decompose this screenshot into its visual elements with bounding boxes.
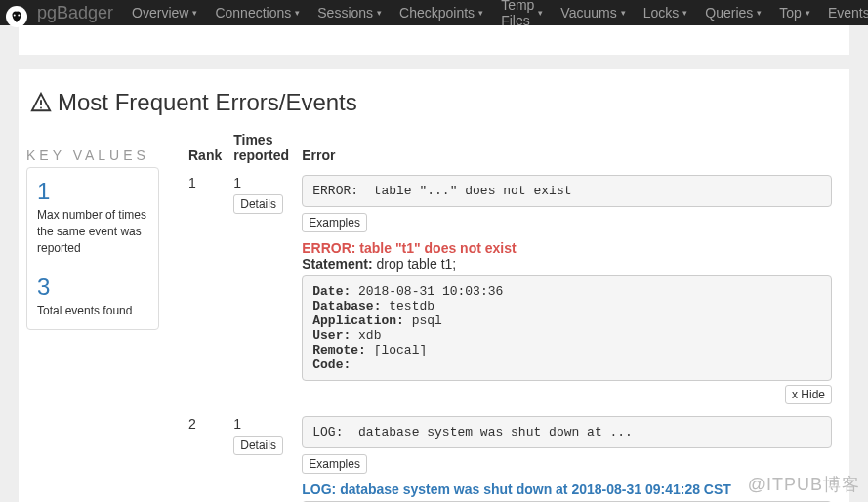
- nav-sessions[interactable]: Sessions▾: [309, 0, 391, 25]
- hide-button[interactable]: x Hide: [785, 385, 832, 404]
- watermark: @ITPUB博客: [748, 473, 860, 496]
- rank-cell: 2: [183, 410, 227, 502]
- nav-locks[interactable]: Locks▾: [635, 0, 697, 25]
- svg-point-4: [40, 107, 42, 109]
- error-mono: LOG: database system was shut down at ..…: [302, 416, 832, 448]
- panel-title: Most Frequent Errors/Events: [19, 89, 849, 116]
- nav-vacuums[interactable]: Vacuums▾: [552, 0, 634, 25]
- times-cell: 1 Details: [227, 410, 296, 502]
- error-mono: ERROR: table "..." does not exist: [302, 175, 832, 207]
- table-row: 2 1 Details LOG: database system was shu…: [183, 410, 838, 502]
- nav-top[interactable]: Top▾: [770, 0, 819, 25]
- times-cell: 1 Details: [227, 169, 296, 410]
- kv-max-count: 1: [37, 178, 148, 205]
- kv-total-desc: Total events found: [37, 303, 148, 319]
- error-cell: ERROR: table "..." does not exist Exampl…: [296, 169, 838, 410]
- warning-icon: [30, 92, 52, 113]
- kv-max-desc: Max number of times the same event was r…: [37, 207, 148, 256]
- nav-connections[interactable]: Connections▾: [206, 0, 309, 25]
- svg-point-2: [18, 15, 20, 17]
- spacer: [19, 25, 849, 55]
- nav-queries[interactable]: Queries▾: [696, 0, 770, 25]
- logo: [6, 6, 27, 27]
- kv-total-count: 3: [37, 273, 148, 301]
- details-button[interactable]: Details: [233, 436, 283, 455]
- badger-icon: [8, 8, 25, 25]
- nav-tempfiles[interactable]: Temp Files▾: [492, 0, 552, 25]
- detail-block: Date: 2018-08-31 10:03:36 Database: test…: [302, 275, 832, 381]
- svg-point-1: [14, 15, 16, 17]
- key-values-section: Key values 1 Max number of times the sam…: [26, 147, 159, 330]
- col-rank: Rank: [183, 126, 227, 169]
- key-values-box: 1 Max number of times the same event was…: [26, 167, 159, 330]
- errors-table-wrap: Rank Times reported Error 1 1 Details ER…: [171, 126, 849, 502]
- key-values-heading: Key values: [26, 147, 159, 163]
- examples-button[interactable]: Examples: [302, 454, 367, 474]
- table-row: 1 1 Details ERROR: table "..." does not …: [183, 169, 838, 410]
- nav-events[interactable]: Events▾: [819, 0, 868, 25]
- rank-cell: 1: [183, 169, 227, 410]
- col-error: Error: [296, 126, 838, 169]
- details-button[interactable]: Details: [233, 194, 283, 214]
- navbar: pgBadger Overview▾ Connections▾ Sessions…: [0, 0, 868, 25]
- nav-overview[interactable]: Overview▾: [123, 0, 206, 25]
- examples-button[interactable]: Examples: [302, 213, 367, 232]
- panel: Most Frequent Errors/Events Key values 1…: [19, 69, 849, 502]
- error-detail-line: ERROR: table "t1" does not exist Stateme…: [302, 240, 832, 272]
- col-times: Times reported: [227, 126, 296, 169]
- brand: pgBadger: [37, 3, 113, 23]
- errors-table: Rank Times reported Error 1 1 Details ER…: [183, 126, 838, 502]
- nav-checkpoints[interactable]: Checkpoints▾: [391, 0, 492, 25]
